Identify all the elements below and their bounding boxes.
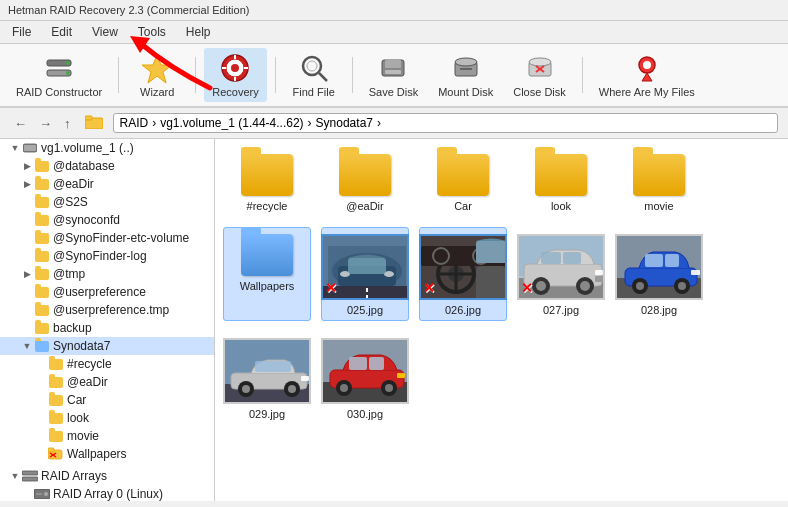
tree-item-synofinder-etc[interactable]: @SynoFinder-etc-volume <box>0 229 214 247</box>
file-item-026jpg[interactable]: ✕ 026.jpg <box>419 227 507 321</box>
separator-2 <box>195 57 196 93</box>
tree-label-wallpapers: Wallpapers <box>67 447 127 461</box>
svg-point-88 <box>678 282 686 290</box>
folder-icon-eaDir-lg <box>339 154 391 196</box>
tree-arrow-userpref <box>20 287 34 297</box>
folder-icon-movie <box>48 428 64 444</box>
tree-label-synofinder-log: @SynoFinder-log <box>53 249 147 263</box>
tree-item-eaDir2[interactable]: @eaDir <box>0 373 214 391</box>
tree-label-movie: movie <box>67 429 99 443</box>
svg-rect-65 <box>476 266 506 300</box>
file-item-027jpg[interactable]: ✕ 027.jpg <box>517 227 605 321</box>
tree-item-s2s[interactable]: @S2S <box>0 193 214 211</box>
up-button[interactable]: ↑ <box>60 114 75 133</box>
file-label-look: look <box>551 200 571 212</box>
tree-arrow-recycle <box>34 359 48 369</box>
menu-tools[interactable]: Tools <box>134 23 170 41</box>
forward-button[interactable]: → <box>35 114 56 133</box>
mount-disk-icon <box>450 52 482 84</box>
deleted-marker-025: ✕ <box>325 280 337 296</box>
svg-rect-36 <box>22 471 38 475</box>
title-bar: Hetman RAID Recovery 2.3 (Commercial Edi… <box>0 0 788 21</box>
file-browser: #recycle @eaDir Car look <box>215 139 788 501</box>
folder-icon-backup <box>34 320 50 336</box>
tree-arrow-look <box>34 413 48 423</box>
mount-disk-button[interactable]: Mount Disk <box>430 48 501 102</box>
tree-arrow-synoconfd <box>20 215 34 225</box>
tree-arrow-synofinder-log <box>20 251 34 261</box>
svg-rect-53 <box>348 258 386 274</box>
tree-item-movie[interactable]: movie <box>0 427 214 445</box>
file-item-recycle[interactable]: #recycle <box>223 147 311 217</box>
where-files-label: Where Are My Files <box>599 86 695 98</box>
tree-item-backup[interactable]: backup <box>0 319 214 337</box>
file-item-car[interactable]: Car <box>419 147 507 217</box>
tree-item-raid0[interactable]: RAID Array 0 (Linux) <box>0 485 214 501</box>
breadcrumb-sep2: › <box>308 116 312 130</box>
menu-help[interactable]: Help <box>182 23 215 41</box>
folder-icon-look <box>48 410 64 426</box>
tree-item-raid-arrays[interactable]: ▼ RAID Arrays <box>0 467 214 485</box>
tree-item-wallpapers[interactable]: Wallpapers <box>0 445 214 463</box>
folder-icon-synofinder-log <box>34 248 50 264</box>
tree-label-synofinder-etc: @SynoFinder-etc-volume <box>53 231 189 245</box>
recovery-button[interactable]: Recovery <box>204 48 266 102</box>
tree-item-database[interactable]: ▶ @database <box>0 157 214 175</box>
tree-item-userpref-tmp[interactable]: @userpreference.tmp <box>0 301 214 319</box>
tree-item-eaDir1[interactable]: ▶ @eaDir <box>0 175 214 193</box>
tree-item-recycle[interactable]: #recycle <box>0 355 214 373</box>
tree-item-vg1[interactable]: ▼ vg1.volume_1 (..) <box>0 139 214 157</box>
nav-buttons: ← → ↑ <box>4 112 81 135</box>
wizard-label: Wizard <box>140 86 174 98</box>
save-disk-label: Save Disk <box>369 86 419 98</box>
tree-item-look[interactable]: look <box>0 409 214 427</box>
file-item-look[interactable]: look <box>517 147 605 217</box>
where-files-button[interactable]: Where Are My Files <box>591 48 703 102</box>
svg-point-74 <box>536 281 546 291</box>
address-bar[interactable]: RAID › vg1.volume_1 (1.44-4...62) › Syno… <box>113 113 779 133</box>
file-item-030jpg[interactable]: 030.jpg <box>321 331 409 425</box>
menu-edit[interactable]: Edit <box>47 23 76 41</box>
mount-disk-label: Mount Disk <box>438 86 493 98</box>
where-files-icon <box>631 52 663 84</box>
file-label-recycle: #recycle <box>247 200 288 212</box>
tree-arrow-eaDir2 <box>34 377 48 387</box>
find-file-button[interactable]: Find File <box>284 48 344 102</box>
tree-label-look: look <box>67 411 89 425</box>
tree-item-userpref[interactable]: @userpreference <box>0 283 214 301</box>
file-item-eaDir[interactable]: @eaDir <box>321 147 409 217</box>
file-item-wallpapers[interactable]: Wallpapers <box>223 227 311 321</box>
tree-item-car[interactable]: Car <box>0 391 214 409</box>
menu-file[interactable]: File <box>8 23 35 41</box>
file-item-028jpg[interactable]: 028.jpg <box>615 227 703 321</box>
save-disk-button[interactable]: Save Disk <box>361 48 427 102</box>
back-button[interactable]: ← <box>10 114 31 133</box>
tree-label-eaDir2: @eaDir <box>67 375 108 389</box>
file-item-029jpg[interactable]: 029.jpg <box>223 331 311 425</box>
tree-item-synoconfd[interactable]: @synoconfd <box>0 211 214 229</box>
menu-view[interactable]: View <box>88 23 122 41</box>
svg-point-26 <box>643 61 651 69</box>
tree-item-synofinder-log[interactable]: @SynoFinder-log <box>0 247 214 265</box>
file-item-movie[interactable]: movie <box>615 147 703 217</box>
tree-label-database: @database <box>53 159 115 173</box>
file-label-wallpapers: Wallpapers <box>240 280 295 292</box>
deleted-marker-026: ✕ <box>423 280 435 296</box>
main-content: ▼ vg1.volume_1 (..) ▶ @database ▶ @eaDir <box>0 139 788 501</box>
tree-item-tmp[interactable]: ▶ @tmp <box>0 265 214 283</box>
wizard-button[interactable]: Wizard <box>127 48 187 102</box>
svg-point-3 <box>66 71 70 75</box>
svg-rect-66 <box>476 241 506 263</box>
file-item-025jpg[interactable]: ✕ 025.jpg <box>321 227 409 321</box>
svg-point-76 <box>580 281 590 291</box>
folder-icon-wallpapers <box>48 446 64 462</box>
svg-rect-105 <box>369 357 384 370</box>
find-file-icon <box>298 52 330 84</box>
svg-point-12 <box>303 57 321 75</box>
tree-item-synodata7[interactable]: ▼ Synodata7 <box>0 337 214 355</box>
file-label-028jpg: 028.jpg <box>641 304 677 316</box>
raid-constructor-button[interactable]: RAID Constructor <box>8 48 110 102</box>
find-file-label: Find File <box>293 86 335 98</box>
close-disk-button[interactable]: Close Disk <box>505 48 574 102</box>
folder-icon-synofinder-etc <box>34 230 50 246</box>
